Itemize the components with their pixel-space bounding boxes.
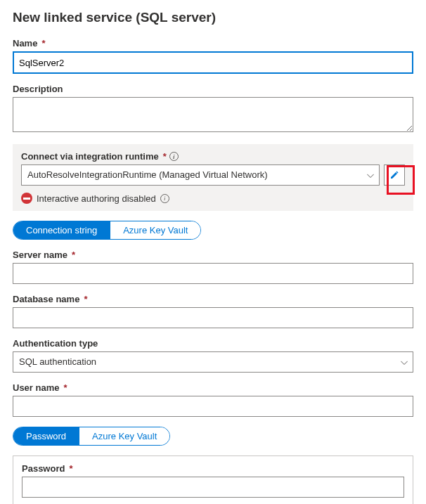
tab-password[interactable]: Password (13, 427, 79, 445)
description-label: Description (13, 84, 413, 94)
edit-runtime-button[interactable] (384, 164, 405, 186)
user-input[interactable] (13, 396, 413, 417)
description-input[interactable] (13, 97, 413, 132)
database-input[interactable] (13, 307, 413, 328)
auth-label: Authentication type (13, 338, 413, 349)
password-label: Password* (22, 463, 404, 474)
database-label: Database name* (13, 294, 413, 304)
page-title: New linked service (SQL server) (13, 10, 413, 25)
info-icon[interactable]: i (169, 152, 179, 161)
tab-connection-string[interactable]: Connection string (13, 221, 110, 239)
runtime-status: Interactive authoring disabled (37, 193, 156, 204)
name-label: Name* (13, 38, 413, 49)
tab-azure-key-vault[interactable]: Azure Key Vault (110, 221, 200, 239)
info-icon[interactable]: i (160, 194, 169, 203)
pencil-icon (389, 170, 399, 180)
connection-tabs: Connection string Azure Key Vault (13, 221, 201, 240)
runtime-select[interactable]: AutoResolveIntegrationRuntime (Managed V… (21, 164, 380, 186)
user-label: User name* (13, 382, 413, 393)
name-input[interactable] (13, 51, 413, 74)
disabled-icon (21, 193, 32, 204)
runtime-label: Connect via integration runtime* i (21, 151, 405, 162)
server-input[interactable] (13, 263, 413, 284)
password-input[interactable] (22, 477, 404, 498)
auth-select[interactable]: SQL authentication (13, 351, 413, 373)
password-tabs: Password Azure Key Vault (13, 427, 170, 446)
server-label: Server name* (13, 250, 413, 260)
tab-password-akv[interactable]: Azure Key Vault (79, 427, 169, 445)
